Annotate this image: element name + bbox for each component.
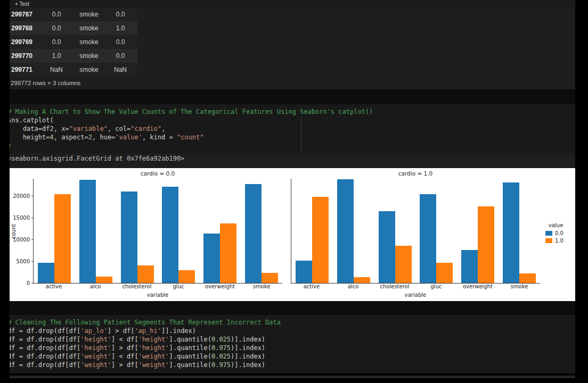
bar-overweight-1.0 [220,223,236,283]
notebook-toolbar: + Text [10,0,575,7]
table-cell: NaN [108,66,133,73]
bar-alco-0.0 [79,180,96,283]
add-text-button[interactable]: + Text [15,1,29,7]
code-token: # Cleaning The Following Patient Segment… [10,319,281,326]
cell-output-figure: count05000100001500020000cardio = 0.0act… [10,164,575,301]
code-line: ) [10,141,575,150]
bar-cholesterol-0.0 [121,192,137,283]
code-line: df = df.drop(df[df['height'] > df['heigh… [10,344,575,352]
code-token: 'height' [138,336,169,343]
code-token: ] > df[ [111,361,138,369]
y-tick-label: 20000 [13,193,30,199]
table-cell: 0.0 [43,38,70,46]
code-line: df = df.drop(df[df['ap_lo'] > df['ap_hi'… [10,327,575,335]
code-token: ) [10,142,11,149]
row-index: 299767 [10,11,43,18]
bar-active-1.0 [312,197,329,283]
code-token: 'weight' [138,353,169,360]
table-row: 2997670.0smoke0.0 [10,7,137,21]
code-line: height=4, aspect=2, hue='value', kind = … [10,133,575,141]
bar-group-smoke [241,179,282,283]
code-token: 'ap_lo' [80,327,108,335]
table-cell: smoke [70,38,108,46]
bar-group-alco [75,179,117,283]
bar-cholesterol-0.0 [379,211,395,283]
code-token: 2 [88,134,92,141]
code-token: data=df2, x= [10,125,69,132]
code-token: "cardio" [130,125,161,132]
bar-alco-0.0 [337,179,354,283]
bar-group-overweight [199,179,241,283]
table-cell: 1.0 [108,24,133,32]
code-cell-catplot[interactable]: # Making A Chart to Show The Value Count… [10,104,575,153]
code-token: height= [10,134,50,141]
x-tick-label: cholesterol [374,284,415,291]
x-axis-label: variable [291,291,540,299]
x-tick-label: gluc [158,284,199,291]
table-cell: 0.0 [108,52,133,60]
code-token: 'height' [80,336,111,343]
notebook: + Text 2997670.0smoke0.02997680.0smoke1.… [10,0,575,373]
plot-area [291,179,540,284]
code-token: 'height' [80,344,111,352]
code-token: 0.975 [211,361,231,369]
code-token: )].index) [231,353,265,360]
code-token: df = df.drop(df[df[ [10,336,80,343]
y-tick-label: 5000 [17,259,30,265]
bottom-divider [10,376,575,378]
legend-label: 0.0 [555,230,564,236]
legend-title: value [549,222,575,228]
code-token: 0.025 [211,336,231,343]
x-axis-label: variable [33,291,282,299]
legend-swatch [545,238,552,243]
code-editor-cleaning[interactable]: # Cleaning The Following Patient Segment… [10,318,575,369]
bar-group-gluc [415,179,457,283]
x-tick-label: overweight [199,284,241,291]
dataframe-table: 2997670.0smoke0.02997680.0smoke1.0299769… [10,7,137,77]
code-line: df = df.drop(df[df['height'] < df['heigh… [10,335,575,344]
bar-alco-1.0 [354,277,370,283]
code-token: 0.975 [211,344,231,352]
code-token: , kind = [142,134,177,141]
table-cell: 0.0 [43,24,70,32]
bar-group-overweight [457,179,499,283]
bar-active-1.0 [54,194,71,283]
code-cell-cleaning[interactable]: # Cleaning The Following Patient Segment… [10,315,575,373]
legend-swatch [545,231,552,236]
code-editor-catplot[interactable]: # Making A Chart to Show The Value Count… [10,107,575,150]
pane-divider [301,117,301,152]
legend-entry: 1.0 [545,238,575,244]
table-cell: smoke [70,11,108,18]
x-tick-label: cholesterol [116,284,158,291]
code-token: 'weight' [80,353,111,360]
code-token: "variable" [69,125,108,132]
bar-group-smoke [499,179,540,283]
bar-smoke-1.0 [262,273,278,283]
code-token: ] > df[ [108,327,135,335]
table-cell: 0.0 [108,38,133,46]
y-tick-label: 0 [27,280,30,287]
code-token: 'height' [138,344,169,352]
code-line: data=df2, x="variable", col="cardio", [10,124,575,133]
x-tick-label: overweight [457,284,499,291]
y-tick-mark [31,196,33,196]
code-token: , [161,125,165,132]
code-line: df = df.drop(df[df['weight'] > df['weigh… [10,361,575,369]
bar-smoke-0.0 [245,184,262,283]
bar-cholesterol-1.0 [137,265,154,283]
legend: value0.01.0 [540,168,575,245]
x-tick-label: alco [75,284,116,291]
code-token: ].quantile( [169,344,211,352]
bar-cholesterol-1.0 [395,246,412,283]
code-token: 'weight' [80,361,111,369]
code-line: # Cleaning The Following Patient Segment… [10,318,575,327]
cell-gap [10,89,575,104]
code-token: )].index) [231,336,265,343]
x-tick-labels: activealcocholesterolglucoverweightsmoke [291,284,540,291]
x-tick-labels: activealcocholesterolglucoverweightsmoke [33,284,282,291]
row-index: 299771 [10,66,43,73]
code-token: )].index) [231,344,265,352]
code-line: # Making A Chart to Show The Value Count… [10,107,575,116]
table-cell: smoke [70,24,108,32]
code-token: ] < df[ [111,336,138,343]
